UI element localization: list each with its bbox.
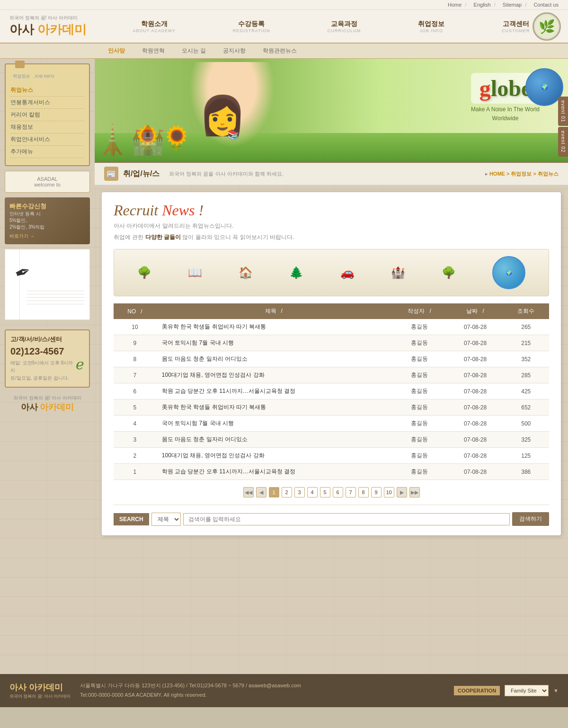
nav-customer[interactable]: 고객센터 CUSTOMER [495, 18, 537, 36]
welcome-text2: welcome to [10, 182, 85, 187]
hero-banner: 🌻🌻 🗼🏰 👩 📚 gglobelobe Make A Noise In The… [95, 59, 568, 163]
cell-title[interactable]: 100대기업 채용, 영어면접 인성검사 강화 [156, 367, 391, 383]
sidebar-item-hiring[interactable]: 채용정보 [10, 121, 84, 133]
cell-views: 352 [503, 351, 549, 367]
hero-tagline2: Worldwide [471, 115, 540, 122]
page-1[interactable]: 1 [269, 487, 279, 497]
subnav-directions[interactable]: 오시는 길 [178, 46, 210, 56]
hero-buildings: 🗼🏰 [95, 123, 166, 157]
table-row[interactable]: 9 국어 토익시험 7월 국내 시행 홍길동 07-08-28 215 [114, 335, 549, 351]
subnav-notice[interactable]: 공지사항 [219, 46, 249, 56]
cell-title[interactable]: 국어 토익시험 7월 국내 시행 [156, 335, 391, 351]
page-next[interactable]: ▶ [397, 487, 407, 497]
page-10[interactable]: 10 [384, 487, 394, 497]
sidebar-item-recruit-news[interactable]: 취업뉴스 [10, 84, 84, 97]
cartoon-tree3: 🌳 [442, 266, 456, 279]
hero-tagline1: Make A Noise In The World [471, 106, 540, 113]
contact-link[interactable]: Contact us [533, 2, 559, 8]
page-last[interactable]: ▶▶ [409, 487, 420, 497]
page-4[interactable]: 4 [307, 487, 318, 497]
search-label: SEARCH [114, 513, 149, 525]
cell-author: 홍길동 [391, 335, 448, 351]
page-8[interactable]: 8 [358, 487, 369, 497]
cell-date: 07-08-28 [448, 464, 503, 480]
page-prev[interactable]: ◀ [256, 487, 266, 497]
table-row[interactable]: 5 美유학 한국 학생들 취업비자 따기 복새통 홍길동 07-08-28 65… [114, 400, 549, 416]
quick-register-link[interactable]: 바로가기 → [9, 233, 85, 240]
nav-reg-en: REGISTRATION [233, 28, 270, 33]
dropdown-arrow-icon: ▼ [553, 688, 559, 693]
pagination: ◀◀ ◀ 1 2 3 4 5 6 7 8 9 10 ▶ ▶▶ [114, 487, 549, 497]
top-bar: Home / English / Sitemap / Contact us [0, 0, 568, 10]
page-3[interactable]: 3 [294, 487, 305, 497]
cell-no: 9 [114, 335, 156, 351]
recruit-desc1: 아사 아카데미에서 알려드리는 취업뉴스입니다. [114, 222, 549, 231]
sidebar-item-guide[interactable]: 취업안내서비스 [10, 133, 84, 146]
footer-right: COOPERATION Family Site ▼ [454, 685, 559, 696]
page-5[interactable]: 5 [320, 487, 330, 497]
cell-views: 265 [503, 319, 549, 335]
event-tabs: event 01 event 02 [558, 97, 568, 157]
globe-g: g [479, 76, 491, 101]
event-tab-2[interactable]: event 02 [558, 127, 568, 156]
home-link[interactable]: Home [448, 2, 462, 8]
cell-title[interactable]: 美유학 한국 학생들 취업비자 따기 복새통 [156, 400, 391, 416]
logo-accent: 아카데미 [37, 23, 87, 36]
col-date: 날짜 / [448, 303, 503, 319]
nav-jobs[interactable]: 취업정보 JOB INFO [411, 18, 452, 36]
table-row[interactable]: 4 국어 토익시험 7월 국내 시행 홍길동 07-08-28 500 [114, 416, 549, 432]
cell-title[interactable]: 학원 교습 당분간 오후 11시까지…서울시교육청 결정 [156, 383, 391, 400]
nav-about[interactable]: 학원소개 ABOUT ACADEMY [125, 18, 182, 36]
cs-title: 고/객/서/비/스/센터 [10, 335, 84, 344]
cell-date: 07-08-28 [448, 335, 503, 351]
family-site-select[interactable]: Family Site [505, 685, 549, 696]
cell-title[interactable]: 국어 토익시험 7월 국내 시행 [156, 416, 391, 432]
sidebar-card-title: 취업정보 JOB INFO [10, 71, 84, 80]
paper-content: Recruit News ! 아사 아카데미에서 알려드리는 취업뉴스입니다. … [102, 192, 561, 535]
table-row[interactable]: 10 美유학 한국 학생들 취업비자 따기 복새통 홍길동 07-08-28 2… [114, 319, 549, 335]
search-button[interactable]: 검색하기 [512, 512, 549, 526]
search-input[interactable] [183, 513, 510, 525]
subnav-insamang[interactable]: 인사망 [104, 46, 129, 56]
sidebar-item-extra[interactable]: 추가메뉴 [10, 146, 84, 158]
table-row[interactable]: 1 학원 교습 당분간 오후 11시까지…서울시교육청 결정 홍길동 07-08… [114, 464, 549, 480]
table-row[interactable]: 7 100대기업 채용, 영어면접 인성검사 강화 홍길동 07-08-28 2… [114, 367, 549, 383]
cell-title[interactable]: 100대기업 채용, 영어면접 인성검사 강화 [156, 448, 391, 464]
sidebar-item-salary[interactable]: 연봉통계서비스 [10, 97, 84, 109]
cell-date: 07-08-28 [448, 319, 503, 335]
section-title-kr: 취/업/뉴/스 [123, 169, 160, 179]
footer-logo-area: 아사 아카데미 외국어 정복의 꿈! 아사 아카데미 [9, 682, 71, 700]
event-tab-1[interactable]: event 01 [558, 97, 568, 126]
page-first[interactable]: ◀◀ [243, 487, 254, 497]
page-6[interactable]: 6 [333, 487, 343, 497]
sidebar-card: 취업정보 JOB INFO 취업뉴스 연봉통계서비스 커리어 칼럼 채용정보 취… [5, 63, 90, 166]
page-7[interactable]: 7 [346, 487, 356, 497]
quick-register-box[interactable]: 빠른수강신청 인터넷 등록 시 5%할인, 2%할인, 3%적립 바로가기 → [5, 197, 90, 244]
nav-curriculum[interactable]: 교육과정 CURRICULUM [320, 18, 368, 36]
page-9[interactable]: 9 [371, 487, 382, 497]
quick-register-discount2: 2%할인, 3%적립 [9, 224, 85, 231]
cell-no: 6 [114, 383, 156, 400]
sidebar-item-career[interactable]: 커리어 칼럼 [10, 109, 84, 121]
nav-registration[interactable]: 수강등록 REGISTRATION [226, 18, 277, 36]
subnav-history[interactable]: 학원연혁 [138, 46, 169, 56]
subnav-news[interactable]: 학원관련뉴스 [259, 46, 301, 56]
cartoon-house1: 🏠 [239, 266, 253, 279]
cell-title[interactable]: 몸도 마음도 청춘 일자리 어디있소 [156, 432, 391, 448]
page-2[interactable]: 2 [282, 487, 292, 497]
col-title: 제목 / [156, 303, 391, 319]
cartoon-flag: 🏰 [391, 266, 405, 279]
sitemap-link[interactable]: Sitemap [503, 2, 522, 8]
cell-date: 07-08-28 [448, 383, 503, 400]
table-row[interactable]: 3 몸도 마음도 청춘 일자리 어디있소 홍길동 07-08-28 325 [114, 432, 549, 448]
table-row[interactable]: 2 100대기업 채용, 영어면접 인성검사 강화 홍길동 07-08-28 1… [114, 448, 549, 464]
table-row[interactable]: 8 몸도 마음도 청춘 일자리 어디있소 홍길동 07-08-28 352 [114, 351, 549, 367]
cell-no: 4 [114, 416, 156, 432]
table-row[interactable]: 6 학원 교습 당분간 오후 11시까지…서울시교육청 결정 홍길동 07-08… [114, 383, 549, 400]
cell-title[interactable]: 美유학 한국 학생들 취업비자 따기 복새통 [156, 319, 391, 335]
search-type-select[interactable]: 제목 [151, 513, 181, 526]
cell-title[interactable]: 학원 교습 당분간 오후 11시까지…서울시교육청 결정 [156, 464, 391, 480]
footer-address: 서울특별시 가나구 다라동 123번지 (123-456) / Tel:01)2… [80, 681, 444, 691]
cell-title[interactable]: 몸도 마음도 청춘 일자리 어디있소 [156, 351, 391, 367]
english-link[interactable]: English [474, 2, 491, 8]
